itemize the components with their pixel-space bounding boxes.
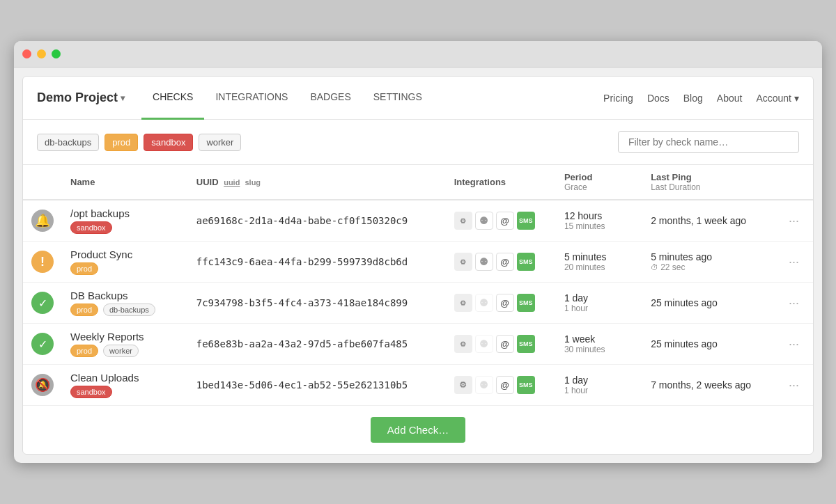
integrations-cell: ⚙ ⚉ @ SMS: [446, 200, 556, 242]
tab-checks[interactable]: CHECKS: [141, 77, 204, 120]
tag-pill[interactable]: sandbox: [70, 221, 112, 234]
status-icon-ok: ✓: [31, 333, 54, 355]
th-uuid: UUID uuid slug: [188, 165, 446, 200]
more-button[interactable]: ···: [783, 211, 805, 231]
more-button[interactable]: ···: [783, 375, 805, 395]
pagerduty-icon[interactable]: ⚉: [475, 376, 493, 394]
app-window: Demo Project ▾ CHECKS INTEGRATIONS BADGE…: [14, 41, 822, 463]
about-link[interactable]: About: [717, 93, 743, 104]
navbar: Demo Project ▾ CHECKS INTEGRATIONS BADGE…: [23, 77, 813, 120]
tag-pill[interactable]: db-backups: [103, 304, 155, 316]
blog-link[interactable]: Blog: [683, 93, 703, 104]
tab-badges[interactable]: BADGES: [299, 77, 362, 120]
pagerduty-icon[interactable]: ⚉: [475, 253, 493, 271]
pricing-link[interactable]: Pricing: [603, 93, 633, 104]
webhook-icon[interactable]: ⚙: [454, 376, 472, 394]
th-actions: [775, 165, 813, 200]
pagerduty-icon[interactable]: ⚉: [475, 294, 493, 312]
th-period: Period Grace: [556, 165, 642, 200]
sms-icon[interactable]: SMS: [517, 335, 535, 353]
status-icon-ok: ✓: [31, 292, 54, 314]
actions-cell: ···: [775, 365, 813, 406]
integrations-cell: ⚙ ⚉ @ SMS: [446, 324, 556, 365]
tag-pill[interactable]: prod: [70, 304, 98, 316]
uuid-cell: ae69168c-2d1a-4d4a-babe-cf0f150320c9: [188, 200, 446, 242]
name-cell: Weekly Reports prod worker: [62, 324, 188, 365]
webhook-icon[interactable]: ⚙: [454, 335, 472, 353]
checks-table: Name UUID uuid slug Integrations Period …: [23, 164, 813, 406]
filter-tag-worker[interactable]: worker: [199, 134, 241, 151]
tab-settings[interactable]: SETTINGS: [362, 77, 433, 120]
maximize-btn[interactable]: [52, 49, 61, 58]
actions-cell: ···: [775, 200, 813, 242]
filter-tag-prod[interactable]: prod: [104, 134, 138, 151]
check-name[interactable]: Clean Uploads: [70, 372, 180, 384]
period-cell: 1 day 1 hour: [556, 283, 642, 324]
th-uuid-slug: slug: [245, 178, 261, 187]
lastping-value: 25 minutes ago: [651, 338, 766, 349]
sms-icon[interactable]: SMS: [517, 376, 535, 394]
status-cell: ✓: [23, 324, 62, 365]
uuid-cell: ffc143c9-6aea-44fa-b299-599739d8cb6d: [188, 242, 446, 283]
duration-value: ⏱ 22 sec: [651, 262, 766, 272]
period-value: 1 day: [564, 375, 634, 386]
webhook-icon[interactable]: ⚙: [454, 253, 472, 271]
check-name[interactable]: /opt backups: [70, 207, 180, 219]
status-icon-muted: 🔕: [31, 374, 54, 396]
filter-tag-sandbox[interactable]: sandbox: [144, 134, 193, 151]
sms-icon[interactable]: SMS: [517, 212, 535, 230]
status-cell: !: [23, 242, 62, 283]
webhook-icon[interactable]: ⚙: [454, 294, 472, 312]
actions-cell: ···: [775, 283, 813, 324]
check-name[interactable]: Weekly Reports: [70, 331, 180, 342]
lastping-value: 25 minutes ago: [651, 297, 766, 308]
uuid-cell: 1bed143e-5d06-4ec1-ab52-55e2621310b5: [188, 365, 446, 406]
period-value: 1 week: [564, 333, 634, 345]
more-button[interactable]: ···: [783, 252, 805, 272]
tag-pill[interactable]: prod: [70, 262, 98, 275]
project-name-label: Demo Project: [37, 90, 118, 105]
tag-pill[interactable]: worker: [103, 345, 139, 357]
tab-integrations[interactable]: INTEGRATIONS: [204, 77, 299, 120]
account-caret-icon: ▾: [794, 93, 799, 104]
tag-pill[interactable]: sandbox: [70, 386, 112, 398]
check-name[interactable]: DB Backups: [70, 290, 180, 301]
table-row: 🔕 Clean Uploads sandbox 1bed143e-5d06-4e…: [23, 365, 813, 406]
account-dropdown[interactable]: Account ▾: [756, 93, 799, 104]
filter-search-input[interactable]: [618, 131, 799, 153]
email-icon[interactable]: @: [496, 335, 514, 353]
table-row: 🔔 /opt backups sandbox ae69168c-2d1a-4d4…: [23, 200, 813, 242]
email-icon[interactable]: @: [496, 253, 514, 271]
more-button[interactable]: ···: [783, 293, 805, 313]
lastping-cell: 25 minutes ago: [642, 324, 775, 365]
tag-pill[interactable]: prod: [70, 345, 98, 357]
titlebar: [14, 41, 822, 68]
th-lastping: Last Ping Last Duration: [642, 165, 775, 200]
dropdown-caret-icon: ▾: [121, 93, 125, 103]
uuid-cell: 7c934798-b3f5-4fc4-a373-418ae184c899: [188, 283, 446, 324]
pagerduty-icon[interactable]: ⚉: [475, 212, 493, 230]
sms-icon[interactable]: SMS: [517, 253, 535, 271]
sms-icon[interactable]: SMS: [517, 294, 535, 312]
check-name[interactable]: Product Sync: [70, 249, 180, 260]
docs-link[interactable]: Docs: [647, 93, 669, 104]
webhook-icon[interactable]: ⚙: [454, 212, 472, 230]
lastping-value: 7 months, 2 weeks ago: [651, 379, 766, 391]
project-dropdown[interactable]: Demo Project ▾: [37, 90, 125, 105]
lastping-value: 5 minutes ago: [651, 251, 766, 262]
add-check-button[interactable]: Add Check…: [371, 417, 465, 443]
name-cell: DB Backups prod db-backups: [62, 283, 188, 324]
pagerduty-icon[interactable]: ⚉: [475, 335, 493, 353]
email-icon[interactable]: @: [496, 212, 514, 230]
minimize-btn[interactable]: [37, 49, 46, 58]
email-icon[interactable]: @: [496, 294, 514, 312]
integrations-cell: ⚙ ⚉ @ SMS: [446, 365, 556, 406]
period-value: 12 hours: [564, 210, 634, 221]
close-btn[interactable]: [22, 49, 31, 58]
filter-tag-db-backups[interactable]: db-backups: [37, 134, 99, 151]
email-icon[interactable]: @: [496, 376, 514, 394]
th-name: Name: [62, 165, 188, 200]
lastping-cell: 2 months, 1 week ago: [642, 200, 775, 242]
table-header-row: Name UUID uuid slug Integrations Period …: [23, 165, 813, 200]
more-button[interactable]: ···: [783, 334, 805, 354]
